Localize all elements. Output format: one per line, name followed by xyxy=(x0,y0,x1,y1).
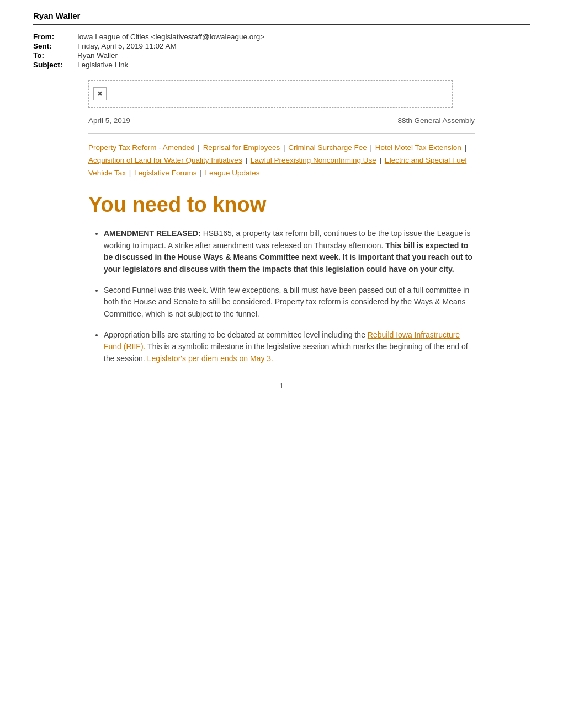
nav-link-lawful-preexisting[interactable]: Lawful Preexisting Nonconfirming Use xyxy=(251,156,376,164)
subject-label: Subject: xyxy=(33,61,77,69)
nav-link-property-tax[interactable]: Property Tax Reform - Amended xyxy=(88,143,195,152)
to-value: Ryan Waller xyxy=(77,51,530,60)
amendment-released-label: AMENDMENT RELEASED: xyxy=(104,229,201,238)
nav-separator-8: | xyxy=(200,169,204,177)
sender-name: Ryan Waller xyxy=(33,11,80,20)
second-funnel-text: Second Funnel was this week. With few ex… xyxy=(104,286,469,318)
per-diem-link[interactable]: Legislator's per diem ends on May 3. xyxy=(147,354,273,363)
email-body: April 5, 2019 88th General Assembly Prop… xyxy=(88,116,475,365)
broken-image-icon: ✖ xyxy=(93,87,107,100)
from-value: Iowa League of Cities <legislativestaff@… xyxy=(77,33,530,41)
email-date: April 5, 2019 xyxy=(88,116,130,125)
main-heading: You need to know xyxy=(88,193,475,217)
date-assembly-row: April 5, 2019 88th General Assembly xyxy=(88,116,475,125)
sent-label: Sent: xyxy=(33,42,77,50)
nav-separator-4: | xyxy=(464,143,466,152)
bullet-list: AMENDMENT RELEASED: HSB165, a property t… xyxy=(88,228,475,365)
assembly-label: 88th General Assembly xyxy=(397,116,475,125)
nav-link-reprisal[interactable]: Reprisal for Employees xyxy=(203,143,280,152)
nav-separator-2: | xyxy=(283,143,287,152)
divider xyxy=(88,133,475,134)
from-label: From: xyxy=(33,33,77,41)
nav-link-league-updates[interactable]: League Updates xyxy=(205,169,259,177)
list-item: Appropriation bills are starting to be d… xyxy=(104,329,475,365)
subject-value: Legislative Link xyxy=(77,61,530,69)
email-banner-image: ✖ xyxy=(88,80,453,108)
sender-header: Ryan Waller xyxy=(33,11,530,25)
nav-links-section: Property Tax Reform - Amended | Reprisal… xyxy=(88,142,475,180)
list-item: Second Funnel was this week. With few ex… xyxy=(104,285,475,320)
nav-separator-3: | xyxy=(370,143,374,152)
nav-separator-5: | xyxy=(245,156,249,164)
nav-separator-6: | xyxy=(380,156,384,164)
nav-link-legislative-forums[interactable]: Legislative Forums xyxy=(134,169,196,177)
nav-link-criminal-surcharge[interactable]: Criminal Surcharge Fee xyxy=(288,143,367,152)
appropriation-text-before-link: Appropriation bills are starting to be d… xyxy=(104,330,368,339)
nav-separator-1: | xyxy=(198,143,201,152)
nav-link-hotel-motel[interactable]: Hotel Motel Tax Extension xyxy=(375,143,461,152)
nav-link-acquisition[interactable]: Acquisition of Land for Water Quality In… xyxy=(88,156,242,164)
sent-value: Friday, April 5, 2019 11:02 AM xyxy=(77,42,530,50)
email-metadata: From: Iowa League of Cities <legislative… xyxy=(33,33,530,69)
list-item: AMENDMENT RELEASED: HSB165, a property t… xyxy=(104,228,475,276)
to-label: To: xyxy=(33,51,77,60)
nav-separator-7: | xyxy=(129,169,133,177)
page-number: 1 xyxy=(33,382,530,390)
